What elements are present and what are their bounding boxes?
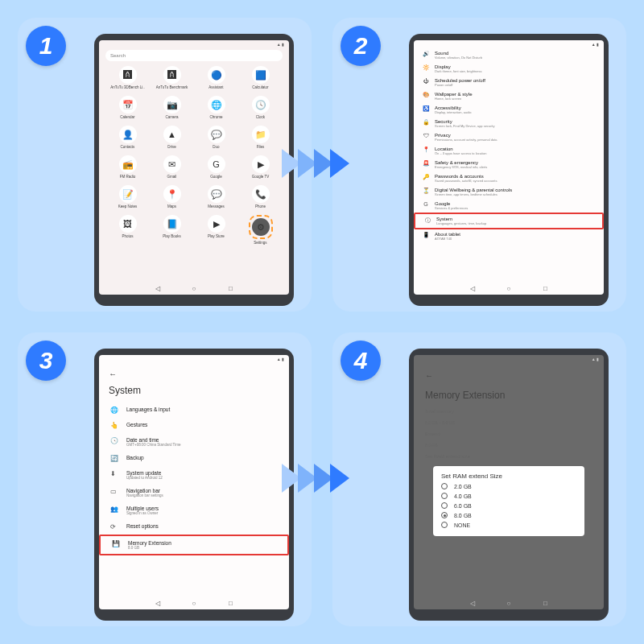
screen-app-drawer: ▲ ▮ Search 🅰AnTuTu 3DBench Li..🅰AnTuTu B… xyxy=(99,40,289,295)
system-icon: 🔄 xyxy=(110,455,118,462)
back-icon[interactable]: ← xyxy=(425,371,433,380)
system-item-system-update[interactable]: ⬇System updateUpdated to Android 12 xyxy=(99,466,289,484)
settings-item-passwords-accounts[interactable]: 🔑Passwords & accountsSaved passwords, au… xyxy=(414,171,604,185)
app-play-store[interactable]: ▶Play Store xyxy=(200,215,233,245)
app-clock[interactable]: 🕓Clock xyxy=(244,96,278,119)
step-panel-4: 4 ▲ ▮ ← Memory Extension Total memory 8.… xyxy=(332,332,626,626)
system-title: Date and time xyxy=(126,437,180,443)
system-item-navigation-bar[interactable]: ▭Navigation barNavigation bar settings xyxy=(99,484,289,502)
back-nav[interactable]: ◁ xyxy=(469,600,477,607)
ram-option-6-0-gb[interactable]: 6.0 GB xyxy=(441,502,576,509)
settings-item-digital-wellbeing-parental-controls[interactable]: ⏳Digital Wellbeing & parental controlsSc… xyxy=(414,185,604,199)
nav-bar: ◁ ○ □ xyxy=(99,285,289,292)
app-gmail[interactable]: ✉Gmail xyxy=(155,155,189,179)
recent-nav[interactable]: □ xyxy=(541,285,549,292)
app-antutu-3dbench-li-[interactable]: 🅰AnTuTu 3DBench Li.. xyxy=(111,66,145,89)
app-keep-notes[interactable]: 📝Keep Notes xyxy=(111,185,145,208)
home-nav[interactable]: ○ xyxy=(190,600,198,607)
setting-subtitle: Dark theme, font size, brightness xyxy=(435,69,481,73)
app-photos[interactable]: 🖼Photos xyxy=(111,215,145,245)
system-title: Reset options xyxy=(126,523,159,529)
app-assistant[interactable]: 🔵Assistant xyxy=(200,66,233,89)
settings-item-privacy[interactable]: 🛡PrivacyPermissions, account activity, p… xyxy=(414,130,604,144)
app-contacts[interactable]: 👤Contacts xyxy=(111,126,145,149)
setting-subtitle: Services & preferences xyxy=(435,206,468,210)
app-label: FM Radio xyxy=(110,175,146,179)
recent-nav[interactable]: □ xyxy=(226,600,234,607)
app-settings[interactable]: ⚙Settings xyxy=(244,215,278,245)
app-camera[interactable]: 📷Camera xyxy=(155,96,189,119)
system-item-languages-input[interactable]: 🌐Languages & input xyxy=(99,402,289,418)
settings-item-security[interactable]: 🔒SecurityScreen lock, Find My Device, ap… xyxy=(414,117,604,130)
back-nav[interactable]: ◁ xyxy=(154,600,162,607)
system-item-multiple-users[interactable]: 👥Multiple usersSigned in as Owner xyxy=(99,502,289,519)
recent-nav[interactable]: □ xyxy=(541,600,549,607)
system-item-reset-options[interactable]: ⟳Reset options xyxy=(99,519,289,535)
back-nav[interactable]: ◁ xyxy=(469,285,477,292)
settings-item-location[interactable]: 📍LocationOn – 3 apps have access to loca… xyxy=(414,144,604,158)
setting-icon: ⏻ xyxy=(422,78,430,84)
ram-option-2-0-gb[interactable]: 2.0 GB xyxy=(441,483,576,489)
app-duo[interactable]: 💬Duo xyxy=(200,126,233,149)
radio-icon xyxy=(441,483,448,489)
app-label: Calendar xyxy=(110,115,146,119)
ram-option-4-0-gb[interactable]: 4.0 GB xyxy=(441,493,576,499)
back-icon[interactable]: ← xyxy=(109,369,117,378)
app-phone[interactable]: 📞Phone xyxy=(244,185,278,208)
app-label: Chrome xyxy=(199,115,234,119)
system-title: Gestures xyxy=(126,422,147,427)
app-files[interactable]: 📁Files xyxy=(244,126,278,149)
app-icon: 📷 xyxy=(163,96,181,114)
radio-icon xyxy=(441,512,448,518)
system-item-memory-extension[interactable]: 💾Memory Extension8.0 GB xyxy=(99,535,289,555)
nav-bar: ◁ ○ □ xyxy=(99,600,289,607)
app-drive[interactable]: ▲Drive xyxy=(155,126,189,149)
settings-item-wallpaper-style[interactable]: 🎨Wallpaper & styleHome, lock screen xyxy=(414,89,604,103)
app-label: Clock xyxy=(243,115,279,119)
app-google-tv[interactable]: ▶Google TV xyxy=(244,155,278,179)
settings-item-accessibility[interactable]: ♿AccessibilityDisplay, interaction, audi… xyxy=(414,103,604,117)
system-item-gestures[interactable]: 👆Gestures xyxy=(99,418,289,433)
settings-item-scheduled-power-on-off[interactable]: ⏻Scheduled power on/offPower on/off xyxy=(414,76,604,89)
app-fm-radio[interactable]: 📻FM Radio xyxy=(111,155,145,179)
settings-item-about-tablet[interactable]: 📱About tabletAOTAB T40 xyxy=(414,229,604,243)
app-google[interactable]: GGoogle xyxy=(200,155,233,179)
back-nav[interactable]: ◁ xyxy=(154,285,162,292)
system-item-backup[interactable]: 🔄Backup xyxy=(99,451,289,466)
app-play-books[interactable]: 📘Play Books xyxy=(155,215,189,245)
system-icon: ⟳ xyxy=(110,523,118,530)
app-messages[interactable]: 💬Messages xyxy=(200,185,233,208)
status-bar: ▲ ▮ xyxy=(414,355,604,363)
app-calendar[interactable]: 📅Calendar xyxy=(111,96,145,119)
setting-icon: ♿ xyxy=(422,105,430,112)
step-number-1: 1 xyxy=(26,26,66,66)
tablet-frame-4: ▲ ▮ ← Memory Extension Total memory 8.0 … xyxy=(409,349,609,621)
app-icon: 🌐 xyxy=(208,96,225,114)
setting-icon: 🔊 xyxy=(422,51,430,57)
settings-item-display[interactable]: 🔆DisplayDark theme, font size, brightnes… xyxy=(414,62,604,76)
settings-item-system[interactable]: ⓘSystemLanguages, gestures, time, backup xyxy=(414,213,604,229)
app-antutu-benchmark[interactable]: 🅰AnTuTu Benchmark xyxy=(155,66,189,89)
app-label: Keep Notes xyxy=(110,204,146,208)
app-maps[interactable]: 📍Maps xyxy=(155,185,189,208)
app-label: Maps xyxy=(155,204,190,208)
recent-nav[interactable]: □ xyxy=(226,285,234,292)
app-chrome[interactable]: 🌐Chrome xyxy=(200,96,233,119)
ram-option-8-0-gb[interactable]: 8.0 GB xyxy=(441,512,576,518)
home-nav[interactable]: ○ xyxy=(505,600,513,607)
app-calculator[interactable]: 🟦Calculator xyxy=(244,66,278,89)
ram-option-none[interactable]: NONE xyxy=(441,522,576,528)
total-memory-label: Total memory xyxy=(414,406,604,417)
app-icon: 🅰 xyxy=(163,66,181,84)
page-title: Memory Extension xyxy=(414,385,604,406)
setting-icon: 🎨 xyxy=(422,92,430,98)
home-nav[interactable]: ○ xyxy=(505,285,513,292)
system-item-date-and-time[interactable]: 🕓Date and timeGMT+08:00 China Standard T… xyxy=(99,433,289,451)
system-icon: 👥 xyxy=(110,506,118,513)
setting-icon: ⓘ xyxy=(423,217,431,225)
home-nav[interactable]: ○ xyxy=(190,285,198,292)
settings-item-sound[interactable]: 🔊SoundVolume, vibration, Do Not Disturb xyxy=(414,48,604,62)
settings-item-google[interactable]: GGoogleServices & preferences xyxy=(414,199,604,213)
settings-item-safety-emergency[interactable]: 🚨Safety & emergencyEmergency SOS, medica… xyxy=(414,158,604,171)
search-input[interactable]: Search xyxy=(105,50,283,61)
